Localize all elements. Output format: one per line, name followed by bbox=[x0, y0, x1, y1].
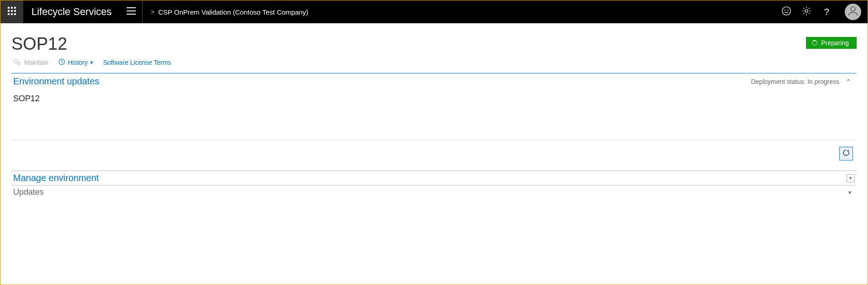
environment-updates-body: SOP12 bbox=[11, 89, 857, 140]
environment-updates-title: Environment updates bbox=[13, 76, 99, 87]
svg-rect-4 bbox=[11, 10, 13, 12]
manage-environment-title: Manage environment bbox=[13, 173, 99, 183]
svg-line-22 bbox=[803, 13, 804, 14]
smile-icon bbox=[781, 6, 791, 18]
refresh-button[interactable] bbox=[839, 147, 853, 161]
svg-rect-1 bbox=[11, 7, 13, 9]
svg-point-25 bbox=[14, 59, 18, 63]
chevron-down-icon[interactable]: ▾ bbox=[847, 174, 855, 182]
svg-line-20 bbox=[803, 8, 804, 9]
app-launcher-button[interactable] bbox=[0, 0, 23, 23]
user-avatar[interactable] bbox=[845, 4, 861, 20]
svg-line-21 bbox=[809, 13, 810, 14]
svg-point-24 bbox=[851, 7, 855, 11]
clock-icon bbox=[58, 58, 65, 67]
top-bar: Lifecycle Services > CSP OnPrem Validati… bbox=[0, 0, 868, 23]
svg-rect-3 bbox=[8, 10, 10, 12]
updates-header[interactable]: Updates ▾ bbox=[11, 186, 857, 199]
topbar-icons: ? bbox=[781, 4, 868, 20]
deployment-status: Deployment status: In progress ⌃ bbox=[751, 78, 855, 85]
svg-rect-8 bbox=[14, 13, 16, 15]
history-button[interactable]: History ▾ bbox=[58, 58, 93, 67]
gear-icon bbox=[801, 6, 812, 18]
help-button[interactable]: ? bbox=[821, 6, 832, 17]
hamburger-icon bbox=[127, 7, 136, 16]
svg-line-23 bbox=[809, 8, 810, 9]
svg-rect-6 bbox=[8, 13, 10, 15]
nav-menu-button[interactable] bbox=[120, 0, 143, 23]
environment-name: SOP12 bbox=[13, 94, 855, 104]
deployment-status-label: Deployment status: bbox=[751, 78, 806, 85]
svg-rect-5 bbox=[14, 10, 16, 12]
chevron-down-icon: ▾ bbox=[90, 59, 93, 66]
svg-point-15 bbox=[805, 10, 808, 12]
deployment-status-value: In progress bbox=[807, 78, 839, 85]
svg-point-13 bbox=[785, 10, 786, 10]
svg-point-12 bbox=[782, 7, 791, 15]
page-content: Preparing SOP12 Maintain History ▾ Softw… bbox=[0, 23, 868, 199]
breadcrumb-project-link[interactable]: CSP OnPrem Validation (Contoso Test Comp… bbox=[158, 8, 308, 16]
feedback-button[interactable] bbox=[781, 6, 792, 17]
maintain-button: Maintain bbox=[13, 59, 48, 67]
breadcrumb-separator: > bbox=[151, 8, 154, 16]
updates-title: Updates bbox=[13, 187, 44, 197]
svg-point-14 bbox=[787, 10, 788, 10]
settings-button[interactable] bbox=[801, 6, 812, 17]
maintain-label: Maintain bbox=[24, 59, 48, 66]
status-text: Preparing bbox=[821, 39, 849, 47]
page-title: SOP12 bbox=[11, 34, 857, 54]
svg-rect-0 bbox=[8, 7, 10, 9]
command-bar: Maintain History ▾ Software License Term… bbox=[11, 57, 857, 72]
brand-title[interactable]: Lifecycle Services bbox=[23, 6, 120, 18]
environment-updates-header[interactable]: Environment updates Deployment status: I… bbox=[11, 73, 857, 89]
license-label: Software License Terms bbox=[103, 59, 171, 66]
status-badge: Preparing bbox=[806, 37, 857, 49]
help-icon: ? bbox=[824, 7, 829, 17]
license-terms-link[interactable]: Software License Terms bbox=[103, 59, 171, 66]
chevron-up-icon[interactable]: ⌃ bbox=[846, 78, 851, 85]
svg-rect-2 bbox=[14, 7, 16, 9]
refresh-row bbox=[11, 140, 857, 171]
waffle-icon bbox=[8, 7, 16, 17]
svg-rect-7 bbox=[11, 13, 13, 15]
spinner-icon bbox=[812, 40, 817, 46]
manage-environment-header[interactable]: Manage environment ▾ bbox=[11, 171, 857, 186]
refresh-icon bbox=[842, 149, 850, 159]
svg-line-29 bbox=[62, 62, 63, 63]
breadcrumb: > CSP OnPrem Validation (Contoso Test Co… bbox=[143, 8, 308, 16]
person-icon bbox=[847, 5, 859, 19]
gear-pair-icon bbox=[13, 59, 21, 67]
history-label: History bbox=[68, 59, 88, 66]
svg-point-26 bbox=[18, 62, 21, 64]
chevron-down-icon[interactable]: ▾ bbox=[848, 189, 855, 196]
